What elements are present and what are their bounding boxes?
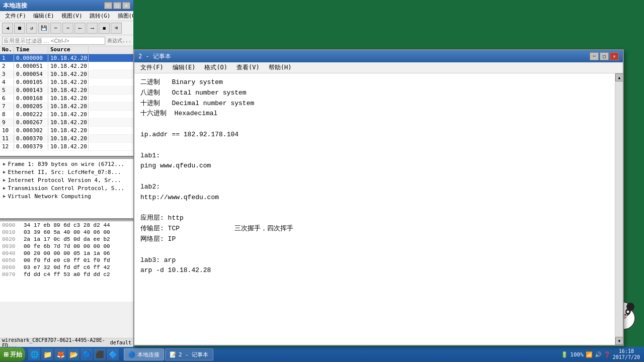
detail-ip-text: Internet Protocol Version 4, Sr...	[8, 177, 121, 184]
col-time: Time	[14, 46, 48, 54]
table-row[interactable]: 5 0.000143 10.18.42.20	[0, 86, 133, 95]
table-row[interactable]: 10 0.000302 10.18.42.20	[0, 127, 133, 135]
notepad-window: 2 - 记事本 ─ □ ✕ 文件(F) 编辑(E) 格式(O) 查看(V) 帮助…	[133, 49, 624, 346]
explorer-icon[interactable]: 📁	[41, 348, 53, 360]
toolbar-btn-6[interactable]: ⋯	[62, 23, 73, 34]
firefox-icon[interactable]: 🦊	[54, 348, 66, 360]
ie-icon[interactable]: 🌐	[28, 348, 40, 360]
maximize-button[interactable]: □	[113, 2, 121, 9]
toolbar-btn-1[interactable]: ◀	[2, 23, 13, 34]
titlebar-controls: ─ □ ✕	[104, 2, 130, 9]
expand-vnc-icon: ▶	[3, 194, 6, 199]
start-button[interactable]: ⊞ 开始	[0, 347, 25, 361]
battery-icon: 🔋	[561, 351, 568, 358]
toolbar-btn-3[interactable]: ↺	[26, 23, 37, 34]
toolbar-btn-2[interactable]: ■	[14, 23, 25, 34]
explorer2-icon[interactable]: 📂	[67, 348, 79, 360]
filter-input[interactable]	[2, 37, 105, 45]
scroll-up-button[interactable]: ▲	[615, 73, 623, 81]
scroll-down-button[interactable]: ▼	[615, 337, 623, 345]
detail-ethernet[interactable]: ▶ Ethernet II, Src: LcfcHefe_07:8...	[1, 168, 132, 176]
notepad-content[interactable]: 二进制 Binary system 八进制 Octal number syste…	[134, 73, 623, 344]
taskbar: ⊞ 开始 🌐 📁 🦊 📂 🔵 ⬛ 🔷 🔵 本地连接 📝 2 - 记事本 🔋 10…	[0, 347, 644, 362]
app-icon[interactable]: 🔷	[107, 348, 119, 360]
packet-list-header: No. Time Source	[0, 46, 133, 54]
expand-ip-icon: ▶	[3, 177, 6, 183]
packet-detail: ▶ Frame 1: 839 bytes on wire (6712... ▶ …	[0, 159, 133, 219]
menu-file[interactable]: 文件(F)	[2, 11, 29, 21]
start-icon: ⊞	[4, 351, 9, 358]
toolbar-btn-8[interactable]: ⟶	[87, 23, 98, 34]
col-no: No.	[0, 46, 14, 54]
notepad-maximize-button[interactable]: □	[600, 52, 609, 60]
list-item: 003000 fe 6b 7d 7d 00 00 00 00	[2, 243, 131, 250]
help-icon: ❓	[604, 351, 611, 358]
taskbar-notepad[interactable]: 📝 2 - 记事本	[165, 348, 213, 360]
taskbar-wireshark[interactable]: 🔵 本地连接	[124, 348, 164, 360]
filter-label: 表达式...	[107, 37, 131, 44]
table-row[interactable]: 12 0.000379 10.18.42.20	[0, 143, 133, 151]
start-label: 开始	[10, 350, 22, 359]
menu-view[interactable]: 视图(V)	[58, 11, 86, 21]
menu-jump[interactable]: 跳转(G)	[87, 11, 114, 21]
volume-icon: 🔊	[595, 351, 602, 358]
table-row[interactable]: 6 0.000168 10.18.42.20	[0, 95, 133, 103]
clock-time: 16:18	[619, 348, 634, 354]
notepad-minimize-button[interactable]: ─	[590, 52, 599, 60]
packet-list: No. Time Source 1 0.000000 10.18.42.20 2…	[0, 46, 133, 157]
table-row[interactable]: 11 0.000370 10.18.42.20	[0, 135, 133, 143]
menu-edit[interactable]: 编辑(E)	[30, 11, 57, 21]
expand-frame-icon: ▶	[3, 161, 6, 166]
minimize-button[interactable]: ─	[104, 2, 112, 9]
np-menu-format[interactable]: 格式(O)	[200, 62, 231, 73]
detail-frame[interactable]: ▶ Frame 1: 839 bytes on wire (6712...	[1, 160, 132, 168]
quick-launch: 🌐 📁 🦊 📂 🔵 ⬛ 🔷	[26, 348, 121, 360]
table-row[interactable]: 9 0.000267 10.18.42.20	[0, 119, 133, 127]
table-row[interactable]: 4 0.000105 10.18.42.20	[0, 78, 133, 86]
detail-frame-text: Frame 1: 839 bytes on wire (6712...	[8, 161, 124, 167]
notepad-controls: ─ □ ✕	[590, 52, 619, 60]
np-menu-view[interactable]: 查看(V)	[232, 62, 264, 73]
toolbar-btn-5[interactable]: ✂	[50, 23, 61, 34]
detail-vnc[interactable]: ▶ Virtual Network Computing	[1, 192, 132, 200]
svg-point-43	[625, 314, 626, 316]
battery-label: 100%	[570, 351, 584, 358]
list-item: 005000 f0 fd e0 c8 ff 01 f0 fd	[2, 257, 131, 264]
table-row[interactable]: 3 0.000054 10.18.42.20	[0, 70, 133, 78]
detail-tcp[interactable]: ▶ Transmission Control Protocol, S...	[1, 184, 132, 192]
wireshark-toolbar: ◀ ■ ↺ 💾 ✂ ⋯ ⟵ ⟶ ◼ ⌫	[0, 21, 133, 35]
list-item: 00202a 1a 17 0c d5 0d da ee b2	[2, 236, 131, 243]
list-item: 004000 20 00 00 00 05 1a 1a 06	[2, 250, 131, 257]
close-button[interactable]: ✕	[122, 2, 130, 9]
detail-tcp-text: Transmission Control Protocol, S...	[8, 185, 124, 192]
table-row[interactable]: 1 0.000000 10.18.42.20	[0, 54, 133, 62]
table-row[interactable]: 7 0.000205 10.18.42.20	[0, 103, 133, 111]
terminal-icon[interactable]: ⬛	[94, 348, 106, 360]
detail-ip[interactable]: ▶ Internet Protocol Version 4, Sr...	[1, 176, 132, 184]
list-item: 006003 e7 32 0d fd df c6 ff 42	[2, 264, 131, 272]
toolbar-btn-10[interactable]: ⌫	[111, 23, 122, 34]
taskbar-right: 🔋 100% 📶 🔊 ❓ 16:18 2017/7/20	[557, 348, 644, 360]
toolbar-btn-9[interactable]: ◼	[99, 23, 110, 34]
list-item: 001003 39 60 5a 40 00 40 06 00	[2, 229, 131, 236]
taskbar-notepad-label: 2 - 记事本	[179, 351, 209, 358]
status-right: default	[110, 340, 131, 345]
np-menu-file[interactable]: 文件(F)	[136, 62, 168, 73]
detail-ethernet-text: Ethernet II, Src: LcfcHefe_07:8...	[8, 169, 121, 175]
table-row[interactable]: 2 0.000051 10.18.42.20	[0, 62, 133, 70]
notepad-titlebar: 2 - 记事本 ─ □ ✕	[134, 50, 623, 62]
np-menu-help[interactable]: 帮助(H)	[265, 62, 296, 73]
wireshark-titlebar: 本地连接 ─ □ ✕	[0, 0, 133, 11]
notepad-scrollbar: ▲ ▼	[615, 73, 623, 345]
toolbar-btn-4[interactable]: 💾	[38, 23, 49, 34]
toolbar-btn-7[interactable]: ⟵	[74, 23, 86, 34]
network-icon: 📶	[586, 351, 593, 358]
notepad-close-button[interactable]: ✕	[610, 52, 619, 60]
np-menu-edit[interactable]: 编辑(E)	[169, 62, 200, 73]
table-row[interactable]: 8 0.000222 10.18.42.20	[0, 111, 133, 119]
expand-tcp-icon: ▶	[3, 186, 6, 191]
wireshark-icon[interactable]: 🔵	[80, 348, 93, 360]
filter-bar: 表达式...	[0, 35, 133, 46]
taskbar-wireshark-icon: 🔵	[128, 351, 135, 358]
expand-ethernet-icon: ▶	[3, 169, 6, 174]
